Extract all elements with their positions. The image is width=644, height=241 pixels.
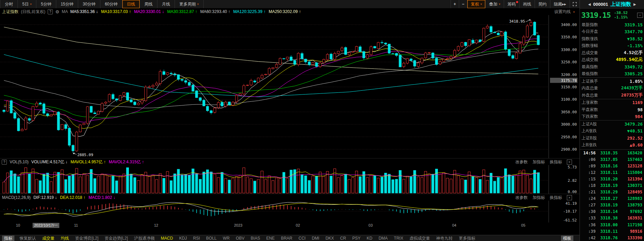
period-button-60分钟[interactable]: 60分钟: [100, 0, 122, 8]
period-button-5日[interactable]: 5日▾: [18, 0, 36, 8]
indicator-tab-均线[interactable]: 均线: [61, 236, 69, 241]
next-symbol-arrow[interactable]: ▶: [633, 2, 636, 6]
stat-value: 3305.25: [624, 71, 643, 76]
period-button-15分钟[interactable]: 15分钟: [56, 0, 78, 8]
indicator-control-加指标[interactable]: 加指标: [533, 195, 545, 201]
indicator-tab-DMA[interactable]: DMA: [379, 236, 388, 241]
tick-row: :093318.16123128: [580, 163, 644, 169]
prev-symbol-arrow[interactable]: ◀: [588, 2, 591, 6]
indicator-tab-资金博弈[L2][interactable]: 资金博弈[L2]: [75, 236, 98, 241]
indicator-readout: MA20:3330.01 ↓: [134, 9, 164, 14]
last-price: 3319.15: [581, 11, 611, 20]
indicator-tab-成交量[interactable]: 成交量: [42, 236, 55, 241]
stat-row: 上证换手1.05%: [580, 78, 644, 85]
svg-text:3418.95: 3418.95: [509, 19, 525, 24]
tool-button-简约[interactable]: 简约: [535, 0, 550, 8]
indicator-control-改参数[interactable]: 改参数: [515, 195, 528, 201]
period-button-5分钟[interactable]: 5分钟: [36, 0, 56, 8]
tool-button-画线[interactable]: 画线: [519, 0, 535, 8]
help-icon[interactable]: ?: [48, 9, 53, 14]
indicator-tab-ENE[interactable]: ENE: [266, 236, 275, 241]
indicator-tab-指标[interactable]: 指标: [2, 236, 14, 241]
tool-button-复权[interactable]: 复权▾: [467, 0, 486, 8]
stat-value: 3347.70: [624, 29, 643, 34]
stat-row: 上涨家数1169: [580, 99, 644, 106]
period-button-月线[interactable]: 月线: [157, 0, 175, 8]
indicator-tab-BIAS[interactable]: BIAS: [251, 236, 260, 241]
tick-volume: 97692: [622, 209, 642, 214]
tick-row: :303318.1497692: [580, 208, 644, 215]
indicator-tab-WR[interactable]: WR: [223, 236, 230, 241]
tick-row: :333318.38163931: [580, 215, 644, 221]
indicator-tab-DMI[interactable]: DMI: [312, 236, 319, 241]
tick-row: :063317.85157463: [580, 156, 644, 163]
indicator-tab-DKX[interactable]: DKX: [325, 236, 334, 241]
tick-volume: 123128: [622, 164, 642, 168]
indicator-tab-KD[interactable]: KD: [367, 236, 372, 241]
indicator-tab-更多指标[interactable]: 更多指标: [459, 236, 475, 241]
indicator-control-换指标[interactable]: 换指标: [550, 159, 562, 165]
indicator-control-改参数[interactable]: 改参数: [515, 159, 528, 165]
indicator-tab-BRAR[interactable]: BRAR: [281, 236, 292, 241]
tick-price: 3318.19: [596, 203, 622, 207]
indicator-tab-CCI[interactable]: CCI: [298, 236, 306, 241]
macd-chart[interactable]: 41.19-10.17-61.52: [0, 201, 580, 223]
chevron-down-icon: ▾: [197, 2, 199, 6]
indicator-tab-模板[interactable]: 模板: [561, 236, 573, 241]
tick-time: :33: [582, 216, 596, 220]
close-icon[interactable]: ×: [567, 195, 572, 200]
indicator-readout: VOLUME:4.517亿 ↓: [31, 160, 67, 164]
tool-button-筹码[interactable]: 筹码: [504, 0, 519, 8]
indicator-tab-BOLL[interactable]: BOLL: [206, 236, 217, 241]
close-icon[interactable]: ×: [567, 160, 572, 165]
indicator-readout: MA120:3225.39 ↑: [233, 9, 265, 14]
period-button-30分钟[interactable]: 30分钟: [78, 0, 100, 8]
indicator-tab-MACD[interactable]: MACD: [161, 236, 173, 241]
vol-indicator-name: VOL(5,10): [10, 160, 28, 164]
stat-value: 4895.54亿元: [616, 57, 643, 63]
indicator-control-换指标[interactable]: 换指标: [550, 195, 562, 201]
svg-text:2885.09: 2885.09: [77, 153, 93, 157]
indicator-tab-PSY[interactable]: PSY: [352, 236, 360, 241]
indicator-tab-TRIX[interactable]: TRIX: [394, 236, 403, 241]
indicator-tab-恢复默认[interactable]: 恢复默认: [20, 236, 36, 241]
quote-stats: 最新指数3319.15今日开盘3347.70指数涨跌▼38.52指数涨幅-1.1…: [580, 21, 644, 149]
indicator-tab-虚拟成交量[interactable]: 虚拟成交量: [409, 236, 430, 241]
indicator-tab-资金趋势[L2][interactable]: 资金趋势[L2]: [105, 236, 128, 241]
tick-volume: 117198: [622, 223, 642, 227]
tool-button-−[interactable]: −: [459, 0, 467, 8]
stat-label: 上涨家数: [582, 100, 598, 105]
indicator-tab-CR[interactable]: CR: [340, 236, 346, 241]
gear-icon[interactable]: ⚙: [55, 9, 59, 14]
ma-values: MA5:3351.36 ↓MA10:3317.03 ↑MA20:3330.01 …: [70, 9, 304, 14]
tool-button-+[interactable]: +: [451, 0, 459, 8]
collapse-panel-button[interactable]: −: [637, 13, 643, 18]
period-button-日线[interactable]: 日线: [122, 0, 140, 8]
tick-price: 3318.14: [596, 209, 622, 214]
stat-value: 20735万手: [621, 92, 643, 98]
indicator-readout: DEA:12.018 ↑: [60, 195, 85, 200]
indicator-control-加指标[interactable]: 加指标: [533, 159, 545, 165]
help-icon[interactable]: ?: [2, 160, 7, 165]
date-tick: 11: [74, 223, 78, 227]
fullscreen-icon[interactable]: [570, 0, 580, 8]
tick-time: :09: [582, 164, 596, 168]
period-button-更多周期[interactable]: 更多周期▾: [175, 0, 204, 8]
period-button-分时[interactable]: 分时: [0, 0, 18, 8]
tick-list[interactable]: 14:563318.35163420:063317.85157463:09331…: [580, 149, 644, 241]
tick-time: :12: [582, 170, 596, 175]
indicator-tab-OBV[interactable]: OBV: [236, 236, 245, 241]
tool-button-叠加[interactable]: 叠加▾: [485, 0, 504, 8]
period-button-周线[interactable]: 周线: [140, 0, 157, 8]
tool-button-隐藏▸▸[interactable]: 隐藏▸▸: [550, 0, 570, 8]
candlestick-chart[interactable]: 3400.003350.003300.003250.003200.003150.…: [0, 15, 580, 158]
volume-chart[interactable]: 5.732.820.00: [0, 165, 580, 194]
indicator-tab-RSI[interactable]: RSI: [193, 236, 200, 241]
tick-price: 3318.11: [596, 229, 622, 234]
indicator-tab-沪股通净额[interactable]: 沪股通净额: [134, 236, 155, 241]
ma-settings-button[interactable]: 设置均线 ▾: [554, 9, 575, 15]
indicator-tab-神奇九转[interactable]: 神奇九转: [436, 236, 453, 241]
indicator-tab-KDJ[interactable]: KDJ: [179, 236, 187, 241]
stat-label: 上A涨跌: [582, 128, 597, 134]
tick-time: 14:56: [582, 151, 596, 155]
